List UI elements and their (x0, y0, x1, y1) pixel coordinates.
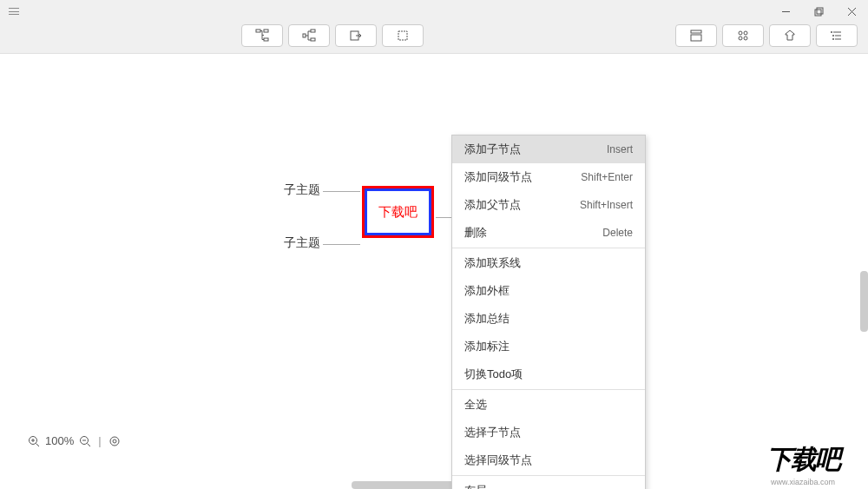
menu-add-boundary[interactable]: 添加外框 (452, 277, 645, 305)
menu-item-label: 添加总结 (464, 311, 510, 327)
menu-delete[interactable]: 删除 Delete (452, 219, 645, 247)
svg-rect-6 (264, 30, 268, 32)
svg-point-17 (739, 36, 742, 40)
menu-add-child-node[interactable]: 添加子节点 Insert (452, 135, 645, 163)
export-button[interactable] (335, 24, 377, 47)
menu-item-label: 布局 (464, 483, 487, 489)
menu-item-label: 选择子节点 (464, 425, 521, 440)
menu-select-siblings[interactable]: 选择同级节点 (452, 446, 645, 474)
svg-rect-10 (311, 38, 315, 41)
menu-item-label: 添加联系线 (464, 255, 521, 271)
svg-rect-2 (817, 8, 823, 14)
menu-divider (452, 248, 645, 248)
menu-divider (452, 475, 645, 476)
svg-point-33 (113, 439, 116, 443)
layout-button[interactable] (675, 24, 717, 47)
style-button[interactable] (769, 24, 811, 47)
svg-rect-13 (691, 30, 701, 33)
maximize-button[interactable] (802, 0, 835, 23)
menu-add-callout[interactable]: 添加标注 (452, 333, 645, 360)
svg-point-32 (110, 437, 119, 446)
window-controls (769, 0, 868, 23)
menu-item-label: 切换Todo项 (464, 367, 523, 382)
title-bar (0, 0, 868, 23)
close-button[interactable] (835, 0, 868, 23)
selection-button[interactable] (382, 24, 424, 47)
svg-rect-14 (691, 35, 701, 41)
svg-point-24 (832, 38, 834, 40)
svg-point-23 (832, 35, 834, 36)
menu-item-label: 全选 (464, 397, 487, 413)
chevron-right-icon: › (629, 485, 633, 490)
svg-point-22 (831, 31, 832, 33)
menu-item-label: 选择同级节点 (464, 453, 532, 468)
connector (323, 244, 360, 245)
menu-item-label: 删除 (464, 225, 487, 241)
svg-rect-9 (311, 30, 315, 32)
central-node[interactable]: 下载吧 (362, 186, 434, 238)
menu-layout[interactable]: 布局 › (452, 477, 645, 489)
add-child-node-button[interactable] (241, 24, 283, 47)
fit-view-icon[interactable] (108, 435, 121, 447)
sub-node[interactable]: 子主题 (284, 235, 320, 251)
shortcut-button[interactable] (722, 24, 764, 47)
menu-add-parent-node[interactable]: 添加父节点 Shift+Insert (452, 191, 645, 219)
zoom-controls: 100% | (28, 434, 121, 447)
connector (436, 217, 453, 218)
zoom-level: 100% (45, 434, 74, 447)
menu-item-label: 添加标注 (464, 339, 510, 354)
svg-point-15 (739, 31, 742, 35)
menu-item-label: 添加外框 (464, 283, 510, 299)
connector (323, 191, 360, 192)
menu-toggle-todo[interactable]: 切换Todo项 (452, 360, 645, 388)
menu-add-connection[interactable]: 添加联系线 (452, 249, 645, 277)
context-menu: 添加子节点 Insert 添加同级节点 Shift+Enter 添加父节点 Sh… (451, 135, 646, 489)
zoom-out-icon[interactable] (79, 435, 91, 447)
watermark-text: 下载吧 (766, 442, 839, 478)
svg-point-18 (744, 36, 747, 40)
vertical-scrollbar[interactable] (860, 271, 868, 332)
svg-rect-1 (815, 10, 821, 16)
svg-rect-5 (256, 30, 260, 32)
sub-node[interactable]: 子主题 (284, 182, 320, 198)
toolbar (0, 23, 868, 54)
menu-select-all[interactable]: 全选 (452, 391, 645, 419)
menu-item-label: 添加同级节点 (464, 169, 532, 185)
menu-item-label: 添加子节点 (464, 142, 521, 157)
svg-line-30 (88, 443, 91, 446)
svg-point-16 (744, 31, 747, 35)
svg-rect-7 (264, 38, 268, 41)
menu-item-shortcut: Insert (607, 143, 633, 155)
menu-divider (452, 389, 645, 390)
zoom-in-icon[interactable] (28, 435, 40, 447)
menu-select-children[interactable]: 选择子节点 (452, 419, 645, 446)
menu-item-shortcut: Shift+Enter (581, 171, 633, 183)
watermark: 下载吧 www.xiazaiba.com (738, 439, 868, 489)
divider: | (98, 434, 101, 447)
menu-item-label: 添加父节点 (464, 197, 521, 213)
svg-line-26 (36, 443, 40, 446)
central-node-label: 下载吧 (367, 191, 429, 233)
hamburger-menu-icon[interactable] (0, 0, 23, 23)
minimize-button[interactable] (769, 0, 802, 23)
menu-add-sibling-node[interactable]: 添加同级节点 Shift+Enter (452, 163, 645, 191)
toolbar-right-group (675, 24, 858, 47)
add-sibling-node-button[interactable] (288, 24, 330, 47)
horizontal-scrollbar[interactable] (352, 481, 456, 489)
menu-add-summary[interactable]: 添加总结 (452, 305, 645, 333)
mindmap-canvas[interactable]: 下载吧 子主题 子主题 子主题 100% | (0, 54, 868, 489)
svg-rect-12 (398, 31, 407, 40)
menu-item-shortcut: Delete (602, 227, 633, 239)
menu-item-shortcut: Shift+Insert (580, 199, 633, 211)
outline-button[interactable] (816, 24, 858, 47)
toolbar-left-group (241, 24, 424, 47)
watermark-url: www.xiazaiba.com (771, 478, 835, 486)
svg-rect-8 (303, 34, 306, 37)
